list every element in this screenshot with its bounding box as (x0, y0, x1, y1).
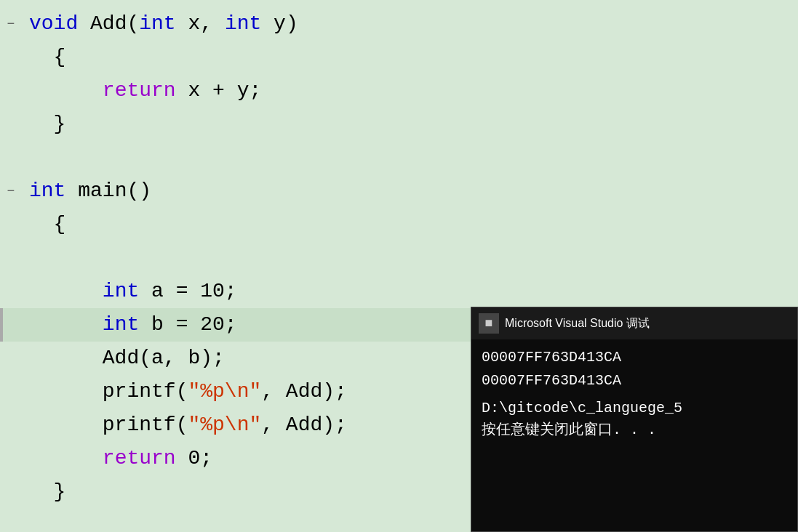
fold-indicator-fold-main[interactable]: − (0, 174, 22, 208)
code-line-blank-2 (0, 241, 798, 275)
token-kw-return: return (103, 447, 176, 469)
terminal-line-1: 00007FF763D413CA (482, 347, 787, 368)
token-punct: , Add); (261, 380, 347, 403)
token-punct: Add(a, b); (29, 347, 225, 369)
token-punct: y) (261, 12, 298, 35)
code-line-brace-close-1: } (0, 108, 798, 141)
token-punct: main() (65, 180, 151, 202)
token-punct (29, 79, 103, 102)
code-line-blank-1 (0, 141, 798, 174)
terminal-titlebar: ■ Microsoft Visual Studio 调试 (471, 307, 797, 339)
token-punct: , Add); (261, 414, 347, 436)
terminal-line-5: 按任意键关闭此窗口. . . (482, 419, 787, 441)
line-content-fold-void: void Add(int x, int y) (22, 7, 798, 41)
token-kw-int: int (103, 313, 139, 336)
token-kw-void: void (29, 12, 78, 35)
token-punct: } (29, 113, 65, 135)
code-line-brace-open-2: { (0, 208, 798, 241)
terminal-line-2: 00007FF763D413CA (482, 370, 787, 392)
token-punct: b = 20; (139, 313, 236, 336)
token-punct: printf( (29, 380, 188, 403)
token-punct: a = 10; (139, 280, 236, 302)
terminal-line-4: D:\gitcode\c_languege_5 (482, 398, 787, 419)
editor-area: −void Add(int x, int y) { return x + y; … (0, 0, 798, 532)
token-punct: } (29, 480, 65, 503)
code-line-fold-main: −int main() (0, 174, 798, 208)
fold-indicator-fold-void[interactable]: − (0, 7, 22, 41)
token-kw-int: int (29, 180, 65, 202)
terminal-icon: ■ (479, 313, 499, 334)
token-kw-return: return (103, 79, 176, 102)
token-str-lit: "%p\n" (188, 414, 261, 436)
token-kw-int: int (103, 280, 139, 302)
line-content-fold-main: int main() (22, 174, 798, 208)
token-punct: Add( (78, 12, 139, 35)
token-str-lit: "%p\n" (188, 380, 261, 403)
token-punct: { (29, 213, 65, 235)
line-content-brace-open-2: { (22, 208, 798, 241)
line-content-return-line: return x + y; (22, 74, 798, 108)
line-content-brace-close-1: } (22, 108, 798, 141)
token-punct: { (29, 46, 65, 68)
code-line-brace-open-1: { (0, 41, 798, 74)
token-punct: 0; (176, 447, 212, 469)
token-punct (29, 280, 103, 302)
terminal-title: Microsoft Visual Studio 调试 (505, 316, 650, 331)
token-punct: printf( (29, 414, 188, 436)
terminal-body: 00007FF763D413CA 00007FF763D413CA D:\git… (471, 339, 797, 448)
token-punct: x + y; (176, 79, 262, 102)
token-punct: x, (176, 12, 225, 35)
code-line-int-a: int a = 10; (0, 275, 798, 308)
line-content-int-a: int a = 10; (22, 275, 798, 308)
code-line-return-line: return x + y; (0, 74, 798, 108)
line-content-brace-open-1: { (22, 41, 798, 74)
token-kw-int: int (225, 12, 261, 35)
code-line-fold-void: −void Add(int x, int y) (0, 7, 798, 41)
token-punct (29, 447, 103, 469)
token-punct (29, 313, 103, 336)
token-kw-int: int (139, 12, 175, 35)
terminal-overlay[interactable]: ■ Microsoft Visual Studio 调试 00007FF763D… (471, 307, 798, 532)
